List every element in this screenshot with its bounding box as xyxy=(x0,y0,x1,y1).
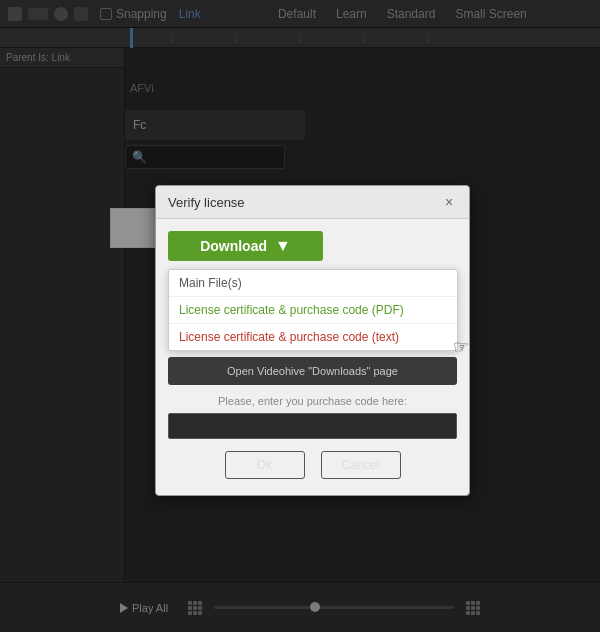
dropdown-label-text: License certificate & purchase code (tex… xyxy=(179,330,399,344)
download-arrow-icon: ▼ xyxy=(275,237,291,255)
dropdown-item-pdf[interactable]: License certificate & purchase code (PDF… xyxy=(169,297,457,324)
dialog-header: Verify license × xyxy=(156,186,469,219)
dialog-title: Verify license xyxy=(168,195,245,210)
download-button[interactable]: Download ▼ xyxy=(168,231,323,261)
download-button-label: Download xyxy=(200,238,267,254)
open-videohive-button[interactable]: Open Videohive "Downloads" page xyxy=(168,357,457,385)
purchase-code-input[interactable] xyxy=(168,413,457,439)
ok-button[interactable]: Ok xyxy=(225,451,305,479)
cursor-hand-icon: ☞ xyxy=(453,336,469,358)
dropdown-label-main: Main File(s) xyxy=(179,276,242,290)
dialog-body: Open Videohive "Downloads" page Please, … xyxy=(156,349,469,495)
verify-license-dialog: Verify license × Download ▼ Main File(s)… xyxy=(155,185,470,496)
download-dropdown-menu: Main File(s) License certificate & purch… xyxy=(168,269,458,351)
dropdown-label-pdf: License certificate & purchase code (PDF… xyxy=(179,303,404,317)
cancel-button[interactable]: Cancel xyxy=(321,451,401,479)
dialog-buttons: Ok Cancel xyxy=(168,451,457,479)
download-section: Download ▼ Main File(s) License certific… xyxy=(156,219,469,269)
close-button[interactable]: × xyxy=(441,194,457,210)
dropdown-item-main-files[interactable]: Main File(s) xyxy=(169,270,457,297)
dropdown-item-text[interactable]: License certificate & purchase code (tex… xyxy=(169,324,457,350)
purchase-code-label: Please, enter you purchase code here: xyxy=(168,395,457,407)
